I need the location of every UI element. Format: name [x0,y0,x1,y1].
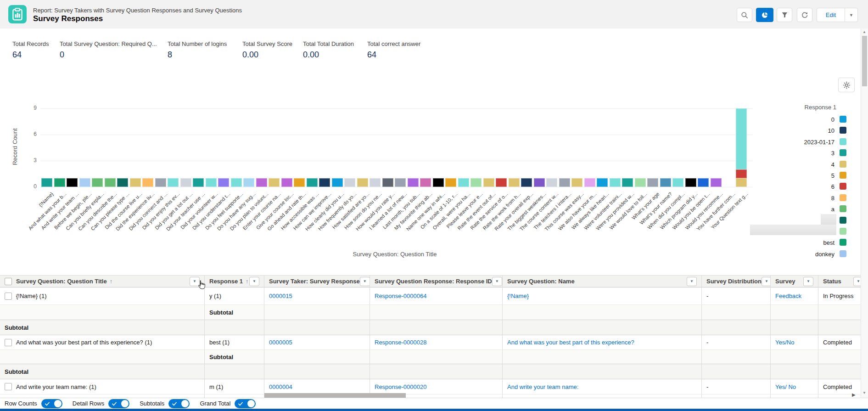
cell-link[interactable]: Response-0000020 [375,383,426,390]
bar-segment[interactable] [483,178,494,187]
cell-link[interactable]: Response-0000028 [375,339,426,346]
bar-segment[interactable] [344,178,355,187]
bar-segment[interactable] [256,178,267,187]
cell-link[interactable]: 0000005 [269,339,292,346]
bar-segment[interactable] [736,108,747,169]
bar-segment[interactable] [319,178,330,187]
scroll-right-arrow[interactable]: ▶ [852,392,856,397]
toggle-row-counts[interactable] [41,399,62,408]
bar-segment[interactable] [180,178,191,187]
bar-segment[interactable] [294,178,305,187]
column-filter-button[interactable]: ▼ [249,277,259,286]
horizontal-scrollbar-thumb[interactable] [264,393,406,398]
filter-button[interactable] [777,8,792,22]
bar-segment[interactable] [672,178,683,187]
bar-segment[interactable] [445,178,456,187]
cell-link[interactable]: And write your team name: [507,383,578,390]
column-filter-button[interactable]: ▼ [762,277,771,286]
bar-segment[interactable] [685,178,696,187]
bar-segment[interactable] [546,178,557,187]
bar-segment[interactable] [193,178,204,187]
bar-segment[interactable] [117,178,128,187]
bar-segment[interactable] [79,178,90,187]
bar-segment[interactable] [243,178,254,187]
cell-link[interactable]: Yes/No [775,339,794,346]
legend-swatch[interactable] [840,250,846,257]
legend-swatch[interactable] [840,127,846,134]
edit-dropdown-button[interactable]: ▼ [845,8,857,22]
column-filter-button[interactable]: ▼ [803,277,813,286]
bar-segment[interactable] [155,178,166,187]
bar-segment[interactable] [736,178,747,187]
select-all-checkbox[interactable] [5,278,12,285]
column-header-survey-distribution[interactable]: Survey Distribution▼ [702,276,771,287]
bar-segment[interactable] [206,178,217,187]
toggle-detail-rows[interactable] [108,399,129,408]
column-header-response-id[interactable]: Survey Question Response: Response ID▼ [370,276,503,287]
bar-segment[interactable] [218,178,229,187]
bar-segment[interactable] [105,178,116,187]
bar-segment[interactable] [736,169,747,178]
bar-segment[interactable] [168,178,179,187]
chart-settings-button[interactable] [838,78,855,92]
column-header-response-1[interactable]: Response 1↑▼ [205,276,264,287]
legend-swatch[interactable] [840,194,846,201]
bar-segment[interactable] [370,178,381,187]
cell-link[interactable]: Yes/ No [775,383,796,390]
legend-swatch[interactable] [840,161,846,168]
bar-segment[interactable] [635,178,646,187]
bar-segment[interactable] [622,178,633,187]
bar-segment[interactable] [711,178,722,187]
bar-segment[interactable] [231,178,242,187]
bar-segment[interactable] [509,178,520,187]
column-header-question-title[interactable]: Survey Question: Question Title↑▼ [0,276,205,287]
search-button[interactable] [737,8,752,22]
bar-segment[interactable] [584,178,595,187]
bar-segment[interactable] [408,178,419,187]
bar-segment[interactable] [610,178,621,187]
bar-segment[interactable] [67,178,78,187]
legend-swatch[interactable] [840,116,846,123]
cell-link[interactable]: 0000015 [269,293,292,299]
bar-segment[interactable] [41,178,52,187]
cell-link[interactable]: {!Name} [507,293,529,299]
bar-segment[interactable] [458,178,469,187]
bar-segment[interactable] [332,178,343,187]
legend-swatch[interactable] [840,239,846,246]
bar-segment[interactable] [307,178,318,187]
legend-swatch[interactable] [840,228,846,235]
bar-segment[interactable] [521,178,532,187]
chart-toggle-button[interactable] [756,8,773,22]
column-filter-button[interactable]: ▼ [190,277,200,286]
row-checkbox[interactable] [5,339,12,346]
toggle-subtotals[interactable] [168,399,190,408]
bar-segment[interactable] [395,178,406,187]
vertical-scrollbar[interactable]: ▲ ▼ [861,28,868,398]
bar-segment[interactable] [433,178,444,187]
legend-swatch[interactable] [840,183,846,190]
bar-segment[interactable] [534,178,545,187]
bar-segment[interactable] [597,178,608,187]
bar-segment[interactable] [647,178,658,187]
legend-swatch[interactable] [840,149,846,156]
column-filter-button[interactable]: ▼ [492,277,502,286]
cell-link[interactable]: 0000004 [269,383,292,390]
refresh-button[interactable] [797,8,812,22]
bar-segment[interactable] [130,178,141,187]
column-filter-button[interactable]: ▼ [360,277,370,286]
bar-segment[interactable] [382,178,393,187]
bar-segment[interactable] [496,178,507,187]
bar-segment[interactable] [660,178,671,187]
bar-segment[interactable] [571,178,582,187]
bar-segment[interactable] [281,178,292,187]
edit-button[interactable]: Edit [817,8,845,22]
scroll-down-arrow[interactable]: ▼ [862,391,866,395]
bar-segment[interactable] [470,178,482,187]
column-header-survey[interactable]: Survey▼ [771,276,818,287]
cell-link[interactable]: Response-0000064 [375,293,426,299]
column-header-survey-question-name[interactable]: Survey Question: Name▼ [503,276,702,287]
bar-segment[interactable] [142,178,153,187]
bar-segment[interactable] [420,178,431,187]
scroll-up-arrow[interactable]: ▲ [862,30,866,34]
bar-segment[interactable] [54,178,65,187]
